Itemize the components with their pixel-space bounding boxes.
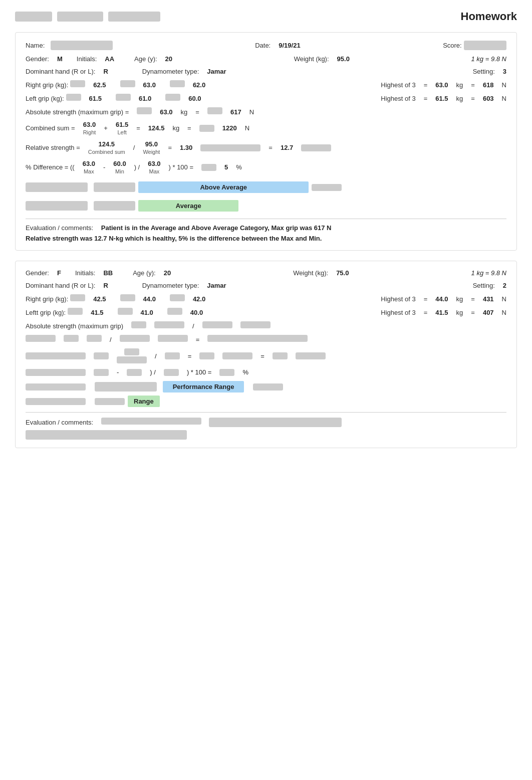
left-grip-n-label: N [502, 95, 506, 102]
right-grip-highest: 63.0 [435, 81, 448, 89]
page-title: Homework [461, 10, 517, 23]
s2-right-grip-eq2: = [471, 295, 475, 303]
average-bar: Average [138, 200, 238, 212]
category-bar-blurred-4 [26, 201, 88, 211]
combined-val: 124.5 [148, 124, 165, 132]
right-grip-box2 [120, 80, 135, 87]
eval-text2: Relative strength was 12.7 N-kg which is… [26, 235, 322, 242]
pct-diff-label: % Difference = (( [26, 163, 75, 171]
combined-left-sub: Left [117, 129, 126, 135]
right-grip-highest-label: Highest of 3 [381, 81, 415, 89]
combined-box [199, 125, 214, 132]
s2-dominant-label: Dominant hand (R or L): [26, 282, 95, 289]
left-grip-box2 [116, 94, 131, 101]
s2-left-grip-kg: kg [456, 309, 463, 316]
pct-mult: ) * 100 = [169, 163, 194, 171]
left-grip-eq2: = [471, 95, 475, 102]
relative-weight-stack: 95.0 Weight [143, 140, 160, 155]
s2-combined-val5 [207, 335, 308, 342]
s2-average-bar: Range [128, 396, 160, 407]
header-blurred-3: Static Strength [108, 12, 160, 22]
s2-cat-bar-blurred-2 [253, 383, 283, 391]
left-grip-box3 [165, 94, 180, 101]
pct-diff-row: % Difference = (( 63.0 Max - 60.0 Min ) … [26, 160, 506, 174]
s2-right-grip-eq: = [424, 295, 428, 303]
s2-rel-result2 [222, 352, 252, 359]
s2-category-row-2: Range [26, 396, 506, 407]
abs-strength-box [137, 107, 152, 114]
pct-div-sub: Max [149, 168, 159, 174]
s2-rel-sub [117, 356, 147, 363]
right-grip-eq: = [424, 81, 428, 89]
s2-rel-val2 [165, 352, 180, 359]
left-grip-n: 603 [483, 95, 494, 102]
pct-div-val: 63.0 [148, 160, 160, 167]
dyn-label: Dynamometer type: [142, 68, 199, 75]
s2-abs-box4 [240, 321, 271, 328]
category-bar-blurred-2 [94, 182, 136, 192]
gender-label: Gender: [26, 55, 49, 63]
s2-pct-val3 [164, 369, 179, 376]
s2-age-value: 20 [164, 269, 171, 277]
setting-value: 3 [503, 68, 506, 75]
initials-value: AA [105, 55, 114, 63]
right-grip-box1 [70, 80, 85, 87]
header-blurred-2: Assessment: [57, 12, 103, 22]
s2-combined-val2 [87, 335, 102, 342]
s2-above-average-bar: Performance Range [163, 381, 244, 393]
s2-right-grip-row: Right grip (kg): 42.5 44.0 42.0 Highest … [26, 294, 506, 303]
section-2: Gender: F Initials: BB Age (y): 20 Weigh… [15, 261, 517, 448]
pct-min-stack: 60.0 Min [113, 160, 126, 174]
right-grip-box3 [170, 80, 185, 87]
relative-combined-sub: Combined sum [88, 149, 125, 155]
abs-strength-kg-label: kg [181, 108, 188, 116]
abs-strength-eq: = [195, 108, 199, 116]
pct-max-stack: 63.0 Max [83, 160, 95, 174]
s2-gender-label: Gender: [26, 269, 49, 277]
s2-left-grip-eq2: = [471, 309, 475, 316]
eval-text1: Patient is in the Average and Above Aver… [101, 224, 332, 232]
pct-max-sub: Max [84, 168, 94, 174]
s2-left-grip-n: 407 [483, 309, 494, 316]
above-average-label: Above Average [200, 183, 247, 191]
right-grip-n: 618 [483, 81, 494, 89]
s2-abs-box1 [131, 321, 146, 328]
header-left: Grade 11: Assessment: Static Strength [15, 12, 160, 22]
s2-rel-num [124, 348, 139, 355]
s2-eval-blurred-1 [101, 418, 201, 425]
relative-val: 1.30 [180, 144, 192, 151]
s2-divider [26, 412, 506, 413]
combined-right-sub: Right [83, 129, 96, 135]
s2-pct-minus: - [117, 368, 119, 376]
s2-rel-eq: = [188, 352, 192, 360]
s2-cat-bar-blurred-3 [95, 398, 125, 405]
s2-eval-blurred-2 [209, 418, 341, 427]
gender-value: M [57, 55, 63, 63]
right-grip-3: 62.0 [193, 81, 205, 89]
date-label: Date: [255, 42, 271, 49]
date-value: 9/19/21 [279, 42, 300, 49]
pct-unit: % [236, 163, 242, 171]
s2-left-grip-eq: = [424, 309, 428, 316]
dominant-value: R [103, 68, 108, 75]
s2-dominant-row: Dominant hand (R or L): R Dynamometer ty… [26, 282, 506, 289]
right-grip-eq2: = [471, 81, 475, 89]
s2-initials-value: BB [103, 269, 113, 277]
combined-right: 63.0 [83, 121, 96, 128]
kg-conversion: 1 kg = 9.8 N [471, 55, 506, 63]
s2-left-grip-highest-label: Highest of 3 [381, 309, 415, 316]
gender-row: Gender: M Initials: AA Age (y): 20 Weigh… [26, 55, 506, 63]
left-grip-label: Left grip (kg): [26, 95, 64, 102]
s2-pct-val1 [94, 369, 109, 376]
pct-min: 60.0 [113, 160, 126, 167]
s2-right-grip-highest: 44.0 [435, 295, 448, 303]
dominant-label: Dominant hand (R or L): [26, 68, 95, 75]
section-divider [26, 219, 506, 219]
relative-eq2: = [269, 144, 273, 151]
s2-eval-blurred-3 [26, 430, 187, 440]
relative-n: 12.7 [281, 144, 293, 151]
s2-abs-strength-row: Absolute strength (maximum grip) / [26, 321, 506, 330]
s2-combined-row: / = [26, 335, 506, 343]
s2-relative-row: / = = [26, 348, 506, 363]
s2-rel-eq2: = [260, 352, 264, 360]
